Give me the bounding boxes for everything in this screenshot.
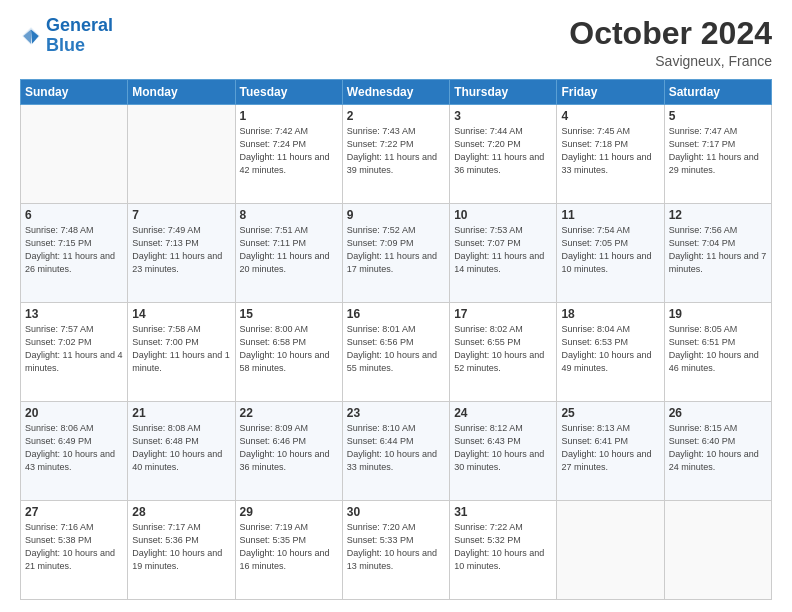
day-info: Sunrise: 7:17 AMSunset: 5:36 PMDaylight:… [132,521,230,573]
week-row-4: 20Sunrise: 8:06 AMSunset: 6:49 PMDayligh… [21,402,772,501]
day-number: 22 [240,406,338,420]
logo: General Blue [20,16,113,56]
day-number: 25 [561,406,659,420]
calendar-cell: 20Sunrise: 8:06 AMSunset: 6:49 PMDayligh… [21,402,128,501]
calendar-cell [128,105,235,204]
day-info: Sunrise: 7:58 AMSunset: 7:00 PMDaylight:… [132,323,230,375]
day-number: 19 [669,307,767,321]
day-number: 29 [240,505,338,519]
calendar-cell: 25Sunrise: 8:13 AMSunset: 6:41 PMDayligh… [557,402,664,501]
day-number: 30 [347,505,445,519]
day-number: 24 [454,406,552,420]
day-header-sunday: Sunday [21,80,128,105]
day-number: 12 [669,208,767,222]
day-number: 23 [347,406,445,420]
calendar-cell: 30Sunrise: 7:20 AMSunset: 5:33 PMDayligh… [342,501,449,600]
logo-icon [20,25,42,47]
calendar-cell: 1Sunrise: 7:42 AMSunset: 7:24 PMDaylight… [235,105,342,204]
day-header-monday: Monday [128,80,235,105]
day-number: 14 [132,307,230,321]
day-number: 27 [25,505,123,519]
day-number: 31 [454,505,552,519]
day-info: Sunrise: 7:16 AMSunset: 5:38 PMDaylight:… [25,521,123,573]
calendar-cell: 27Sunrise: 7:16 AMSunset: 5:38 PMDayligh… [21,501,128,600]
day-number: 4 [561,109,659,123]
calendar-cell: 2Sunrise: 7:43 AMSunset: 7:22 PMDaylight… [342,105,449,204]
day-info: Sunrise: 7:47 AMSunset: 7:17 PMDaylight:… [669,125,767,177]
day-info: Sunrise: 7:19 AMSunset: 5:35 PMDaylight:… [240,521,338,573]
day-info: Sunrise: 8:06 AMSunset: 6:49 PMDaylight:… [25,422,123,474]
day-info: Sunrise: 7:42 AMSunset: 7:24 PMDaylight:… [240,125,338,177]
week-row-1: 1Sunrise: 7:42 AMSunset: 7:24 PMDaylight… [21,105,772,204]
day-header-saturday: Saturday [664,80,771,105]
day-info: Sunrise: 7:43 AMSunset: 7:22 PMDaylight:… [347,125,445,177]
day-info: Sunrise: 7:53 AMSunset: 7:07 PMDaylight:… [454,224,552,276]
day-info: Sunrise: 7:56 AMSunset: 7:04 PMDaylight:… [669,224,767,276]
calendar-cell: 11Sunrise: 7:54 AMSunset: 7:05 PMDayligh… [557,204,664,303]
calendar-cell: 26Sunrise: 8:15 AMSunset: 6:40 PMDayligh… [664,402,771,501]
day-header-tuesday: Tuesday [235,80,342,105]
day-number: 10 [454,208,552,222]
day-number: 16 [347,307,445,321]
day-number: 2 [347,109,445,123]
day-info: Sunrise: 8:05 AMSunset: 6:51 PMDaylight:… [669,323,767,375]
day-number: 7 [132,208,230,222]
day-number: 9 [347,208,445,222]
day-header-thursday: Thursday [450,80,557,105]
calendar-cell: 4Sunrise: 7:45 AMSunset: 7:18 PMDaylight… [557,105,664,204]
day-number: 28 [132,505,230,519]
calendar-cell: 14Sunrise: 7:58 AMSunset: 7:00 PMDayligh… [128,303,235,402]
day-info: Sunrise: 7:22 AMSunset: 5:32 PMDaylight:… [454,521,552,573]
page-header: General Blue October 2024 Savigneux, Fra… [20,16,772,69]
calendar-cell: 5Sunrise: 7:47 AMSunset: 7:17 PMDaylight… [664,105,771,204]
calendar-cell: 22Sunrise: 8:09 AMSunset: 6:46 PMDayligh… [235,402,342,501]
day-number: 21 [132,406,230,420]
day-number: 1 [240,109,338,123]
calendar-cell: 19Sunrise: 8:05 AMSunset: 6:51 PMDayligh… [664,303,771,402]
title-block: October 2024 Savigneux, France [569,16,772,69]
week-row-5: 27Sunrise: 7:16 AMSunset: 5:38 PMDayligh… [21,501,772,600]
day-info: Sunrise: 7:44 AMSunset: 7:20 PMDaylight:… [454,125,552,177]
calendar-cell: 16Sunrise: 8:01 AMSunset: 6:56 PMDayligh… [342,303,449,402]
day-info: Sunrise: 8:02 AMSunset: 6:55 PMDaylight:… [454,323,552,375]
month-title: October 2024 [569,16,772,51]
calendar-cell: 3Sunrise: 7:44 AMSunset: 7:20 PMDaylight… [450,105,557,204]
location: Savigneux, France [569,53,772,69]
day-info: Sunrise: 8:10 AMSunset: 6:44 PMDaylight:… [347,422,445,474]
calendar-cell [664,501,771,600]
calendar-cell: 6Sunrise: 7:48 AMSunset: 7:15 PMDaylight… [21,204,128,303]
calendar-cell: 29Sunrise: 7:19 AMSunset: 5:35 PMDayligh… [235,501,342,600]
day-info: Sunrise: 8:08 AMSunset: 6:48 PMDaylight:… [132,422,230,474]
calendar-cell: 8Sunrise: 7:51 AMSunset: 7:11 PMDaylight… [235,204,342,303]
logo-text: General Blue [46,16,113,56]
day-info: Sunrise: 7:20 AMSunset: 5:33 PMDaylight:… [347,521,445,573]
day-number: 5 [669,109,767,123]
day-number: 8 [240,208,338,222]
calendar-cell: 24Sunrise: 8:12 AMSunset: 6:43 PMDayligh… [450,402,557,501]
day-number: 3 [454,109,552,123]
day-info: Sunrise: 7:54 AMSunset: 7:05 PMDaylight:… [561,224,659,276]
week-row-2: 6Sunrise: 7:48 AMSunset: 7:15 PMDaylight… [21,204,772,303]
calendar-cell: 12Sunrise: 7:56 AMSunset: 7:04 PMDayligh… [664,204,771,303]
day-info: Sunrise: 8:04 AMSunset: 6:53 PMDaylight:… [561,323,659,375]
calendar-cell: 9Sunrise: 7:52 AMSunset: 7:09 PMDaylight… [342,204,449,303]
calendar-cell: 15Sunrise: 8:00 AMSunset: 6:58 PMDayligh… [235,303,342,402]
calendar-cell [21,105,128,204]
calendar-cell: 23Sunrise: 8:10 AMSunset: 6:44 PMDayligh… [342,402,449,501]
day-info: Sunrise: 7:52 AMSunset: 7:09 PMDaylight:… [347,224,445,276]
day-number: 6 [25,208,123,222]
day-number: 18 [561,307,659,321]
day-info: Sunrise: 8:01 AMSunset: 6:56 PMDaylight:… [347,323,445,375]
calendar-cell: 17Sunrise: 8:02 AMSunset: 6:55 PMDayligh… [450,303,557,402]
day-header-friday: Friday [557,80,664,105]
day-info: Sunrise: 8:13 AMSunset: 6:41 PMDaylight:… [561,422,659,474]
day-number: 20 [25,406,123,420]
calendar-cell: 28Sunrise: 7:17 AMSunset: 5:36 PMDayligh… [128,501,235,600]
day-number: 11 [561,208,659,222]
day-info: Sunrise: 8:12 AMSunset: 6:43 PMDaylight:… [454,422,552,474]
day-number: 15 [240,307,338,321]
calendar-cell: 10Sunrise: 7:53 AMSunset: 7:07 PMDayligh… [450,204,557,303]
calendar-cell: 31Sunrise: 7:22 AMSunset: 5:32 PMDayligh… [450,501,557,600]
day-info: Sunrise: 8:00 AMSunset: 6:58 PMDaylight:… [240,323,338,375]
day-info: Sunrise: 7:48 AMSunset: 7:15 PMDaylight:… [25,224,123,276]
